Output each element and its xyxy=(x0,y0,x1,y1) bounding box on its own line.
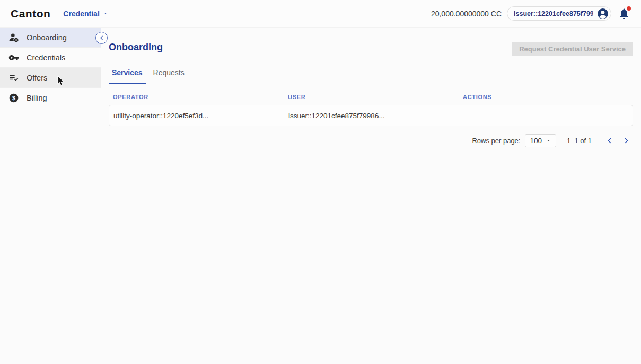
caret-down-icon xyxy=(102,10,109,18)
tab-requests[interactable]: Requests xyxy=(150,65,188,84)
account-pill[interactable]: issuer::12201cfee875f7998... xyxy=(507,6,611,21)
cell-operator: utility-operator::1220ef5ef3d... xyxy=(113,112,288,120)
monetization-icon: $ xyxy=(8,93,19,103)
column-header-actions: ACTIONS xyxy=(463,94,629,100)
page-title: Onboarding xyxy=(109,42,163,53)
sidebar-item-onboarding[interactable]: Onboarding xyxy=(0,28,101,48)
pagination-prev-button[interactable] xyxy=(602,134,616,147)
column-header-operator: OPERATOR xyxy=(113,94,288,100)
rows-per-page-select[interactable]: 100 xyxy=(525,134,556,147)
balance-amount: 20,000.00000000 CC xyxy=(431,10,502,18)
notification-badge-dot xyxy=(627,6,631,11)
title-row: Onboarding Request Credential User Servi… xyxy=(109,42,633,56)
cell-user: issuer::12201cfee875f79986... xyxy=(288,112,463,120)
chevron-left-icon xyxy=(605,137,613,145)
sidebar-item-label: Billing xyxy=(27,94,47,102)
app-selector-label: Credential xyxy=(63,10,99,18)
sidebar-item-label: Onboarding xyxy=(27,33,67,42)
pagination-range-label: 1–1 of 1 xyxy=(567,137,592,145)
chevron-right-icon xyxy=(622,137,630,145)
main-content: Onboarding Request Credential User Servi… xyxy=(102,28,641,364)
sidebar-item-offers[interactable]: Offers xyxy=(0,68,101,88)
pagination-bar: Rows per page: 100 1–1 of 1 xyxy=(109,130,633,151)
sidebar-item-credentials[interactable]: Credentials xyxy=(0,48,101,68)
notifications-button[interactable] xyxy=(618,7,630,20)
tab-bar: Services Requests xyxy=(109,65,633,84)
account-circle-icon xyxy=(596,7,609,20)
sidebar-item-billing[interactable]: $ Billing xyxy=(0,88,101,108)
sidebar-nav: Onboarding Credentials Offers $ Billing xyxy=(0,28,101,364)
column-header-user: USER xyxy=(288,94,463,100)
manage-accounts-icon xyxy=(8,32,19,43)
pagination-next-button[interactable] xyxy=(619,134,633,147)
app-selector-dropdown[interactable]: Credential xyxy=(63,10,108,18)
rows-per-page-label: Rows per page: xyxy=(472,137,520,145)
top-header: Canton Credential 20,000.00000000 CC iss… xyxy=(0,0,641,28)
bell-icon xyxy=(618,13,630,22)
svg-text:$: $ xyxy=(12,94,15,101)
tab-services[interactable]: Services xyxy=(109,65,146,84)
rows-per-page-value: 100 xyxy=(530,137,542,145)
table-header-row: OPERATOR USER ACTIONS xyxy=(109,94,633,100)
caret-down-icon xyxy=(546,138,551,144)
sidebar-item-label: Credentials xyxy=(27,54,65,62)
table-row: utility-operator::1220ef5ef3d... issuer:… xyxy=(109,105,633,126)
list-check-icon xyxy=(8,73,19,83)
key-icon xyxy=(8,52,19,63)
sidebar-item-label: Offers xyxy=(27,74,47,82)
account-id-label: issuer::12201cfee875f7998... xyxy=(514,10,593,17)
sidebar-collapse-button[interactable] xyxy=(95,32,108,44)
chevron-left-icon xyxy=(98,34,105,41)
canton-logo: Canton xyxy=(11,7,50,20)
request-credential-user-service-button[interactable]: Request Credential User Service xyxy=(512,42,633,56)
